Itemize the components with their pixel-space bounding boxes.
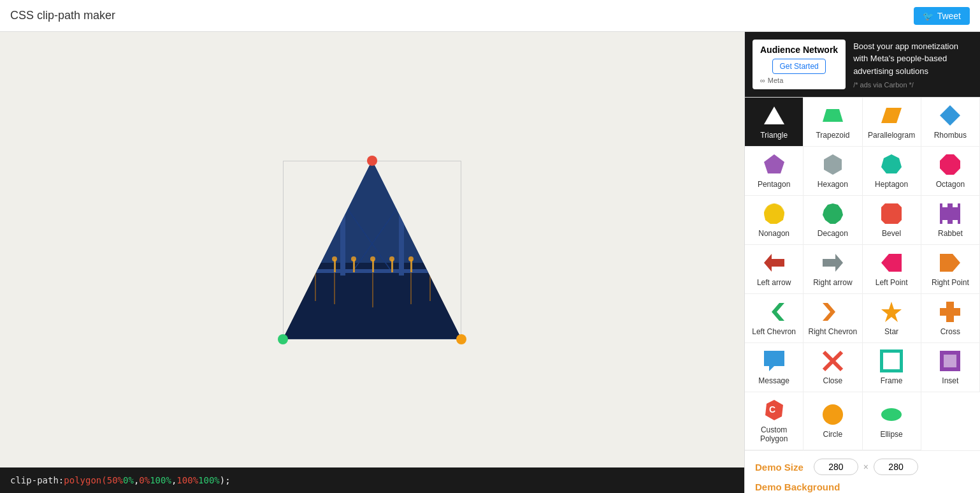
shape-icon-right-arrow <box>821 251 844 274</box>
svg-rect-13 <box>391 260 393 272</box>
shape-icon-message <box>763 350 786 372</box>
svg-marker-31 <box>940 105 960 126</box>
svg-rect-54 <box>944 355 956 367</box>
svg-point-58 <box>881 408 902 421</box>
shape-label-circle: Circle <box>823 430 843 439</box>
shape-btn-rhombus[interactable]: Rhombus <box>921 98 980 147</box>
shape-icon-parallelogram <box>880 104 903 127</box>
demo-width-input[interactable] <box>814 459 858 475</box>
ad-meta: ∞ Meta <box>760 77 838 84</box>
demo-height-input[interactable] <box>874 459 918 475</box>
ad-title: Audience Network <box>760 45 838 55</box>
shape-btn-message[interactable]: Message <box>745 343 803 392</box>
shape-btn-bevel[interactable]: Bevel <box>863 196 921 245</box>
shape-icon-decagon <box>821 202 844 225</box>
code-val5: 100% <box>177 475 198 485</box>
shape-label-custom-polygon: Custom Polygon <box>749 425 799 443</box>
shape-btn-decagon[interactable]: Decagon <box>803 196 862 245</box>
demo-size-label: Demo Size <box>755 462 803 473</box>
shape-btn-nonagon[interactable]: Nonagon <box>745 196 803 245</box>
svg-marker-39 <box>881 203 902 224</box>
svg-rect-10 <box>334 260 336 272</box>
ad-banner: Audience Network Get Started ∞ Meta Boos… <box>745 32 980 97</box>
code-val4: 100% <box>150 475 171 485</box>
shape-label-right-chevron: Right Chevron <box>809 327 858 336</box>
shape-btn-ellipse[interactable]: Ellipse <box>863 392 921 450</box>
page-title: CSS clip-path maker <box>10 9 115 22</box>
svg-rect-3 <box>399 199 404 276</box>
shape-label-close: Close <box>823 376 843 385</box>
svg-point-21 <box>408 256 414 261</box>
shape-btn-pentagon[interactable]: Pentagon <box>745 147 803 196</box>
shape-label-rabbet: Rabbet <box>938 229 963 238</box>
shape-btn-left-chevron[interactable]: Left Chevron <box>745 294 803 343</box>
shape-btn-rabbet[interactable]: Rabbet <box>921 196 980 245</box>
code-bar: clip-path: polygon(50% 0%, 0% 100%, 100%… <box>0 467 744 493</box>
shape-icon-rabbet <box>939 202 962 225</box>
sidebar: Audience Network Get Started ∞ Meta Boos… <box>744 32 980 493</box>
shape-btn-right-point[interactable]: Right Point <box>921 245 980 294</box>
code-val3: 0% <box>139 475 150 485</box>
shape-btn-trapezoid[interactable]: Trapezoid <box>803 98 862 147</box>
shape-btn-right-chevron[interactable]: Right Chevron <box>803 294 862 343</box>
ad-text: Boost your app monetization with Meta's … <box>853 40 972 78</box>
svg-rect-12 <box>372 260 374 272</box>
svg-marker-42 <box>823 254 843 272</box>
shape-icon-right-point <box>939 251 962 274</box>
shape-label-left-chevron: Left Chevron <box>752 327 796 336</box>
demo-bg-label: Demo Background <box>755 482 840 492</box>
shape-icon-left-point <box>880 251 903 274</box>
shape-label-left-arrow: Left arrow <box>757 278 791 287</box>
tweet-button[interactable]: 🐦 Tweet <box>914 7 970 25</box>
svg-marker-32 <box>764 154 784 173</box>
shapes-grid: TriangleTrapezoidParallelogramRhombusPen… <box>745 97 980 450</box>
svg-rect-14 <box>410 260 412 272</box>
shape-btn-octagon[interactable]: Octagon <box>921 147 980 196</box>
shape-btn-custom-polygon[interactable]: CCustom Polygon <box>745 392 803 450</box>
shape-btn-parallelogram[interactable]: Parallelogram <box>863 98 921 147</box>
shape-btn-frame[interactable]: Frame <box>863 343 921 392</box>
ad-box: Audience Network Get Started ∞ Meta <box>753 40 846 89</box>
shape-btn-close[interactable]: Close <box>803 343 862 392</box>
shape-btn-inset[interactable]: Inset <box>921 343 980 392</box>
control-point-bottom-right[interactable] <box>456 334 466 344</box>
control-point-bottom-left[interactable] <box>278 334 288 344</box>
shape-label-right-arrow: Right arrow <box>813 278 852 287</box>
shape-icon-custom-polygon: C <box>763 399 786 422</box>
control-point-top[interactable] <box>367 156 377 166</box>
shape-btn-heptagon[interactable]: Heptagon <box>863 147 921 196</box>
shape-btn-left-arrow[interactable]: Left arrow <box>745 245 803 294</box>
shape-btn-triangle[interactable]: Triangle <box>745 98 803 147</box>
svg-marker-33 <box>824 154 842 175</box>
shape-label-parallelogram: Parallelogram <box>868 131 915 140</box>
svg-marker-35 <box>940 154 960 175</box>
shape-btn-cross[interactable]: Cross <box>921 294 980 343</box>
shape-label-cross: Cross <box>940 327 960 336</box>
shape-icon-inset <box>939 350 962 372</box>
shape-label-bevel: Bevel <box>882 229 901 238</box>
shape-icon-close <box>821 350 844 372</box>
shape-icon-heptagon <box>880 153 903 176</box>
svg-point-57 <box>823 404 843 425</box>
shape-btn-star[interactable]: Star <box>863 294 921 343</box>
shape-btn-right-arrow[interactable]: Right arrow <box>803 245 862 294</box>
svg-marker-45 <box>772 303 784 321</box>
svg-point-19 <box>370 256 375 261</box>
svg-marker-34 <box>881 154 902 173</box>
shape-btn-hexagon[interactable]: Hexagon <box>803 147 862 196</box>
svg-point-16 <box>313 256 318 261</box>
svg-marker-48 <box>940 302 960 322</box>
shape-label-right-point: Right Point <box>932 278 969 287</box>
ad-get-started-button[interactable]: Get Started <box>772 59 825 74</box>
shape-icon-cross <box>939 300 962 323</box>
svg-text:C: C <box>769 404 775 415</box>
canvas-container <box>283 161 461 339</box>
svg-marker-41 <box>764 254 784 272</box>
shape-icon-bevel <box>880 202 903 225</box>
svg-point-20 <box>389 256 394 261</box>
shape-btn-circle[interactable]: Circle <box>803 392 862 450</box>
svg-marker-28 <box>764 107 784 124</box>
svg-point-18 <box>351 256 356 261</box>
shape-icon-left-chevron <box>763 300 786 323</box>
shape-btn-left-point[interactable]: Left Point <box>863 245 921 294</box>
